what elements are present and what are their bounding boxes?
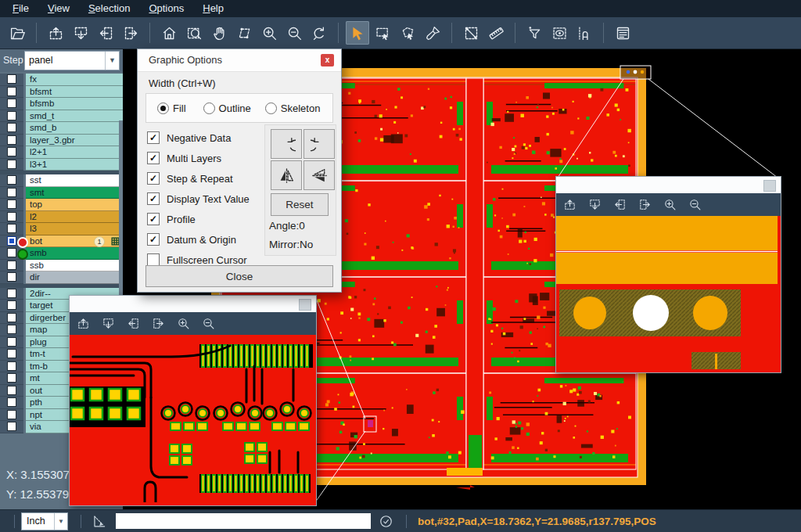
checkbox[interactable]: ✓ <box>147 152 160 164</box>
layer-name[interactable]: layer_3.gbr <box>26 135 123 147</box>
layer-visibility-checkbox[interactable] <box>7 261 16 270</box>
layer-visibility-checkbox[interactable] <box>7 349 16 358</box>
open-file-button[interactable] <box>5 21 29 45</box>
layer-visibility-checkbox[interactable] <box>7 386 16 395</box>
pan-down-button[interactable] <box>588 198 602 211</box>
close-button[interactable]: Close <box>145 265 333 287</box>
layer-name[interactable]: bot1 <box>26 235 123 248</box>
pan-right-button[interactable] <box>152 317 165 330</box>
magnifier-content-b[interactable] <box>556 216 781 372</box>
layer-name[interactable]: dir <box>26 271 123 284</box>
layer-visibility-checkbox[interactable] <box>7 123 16 132</box>
layer-name[interactable]: l3+1 <box>26 159 123 171</box>
filter-button[interactable] <box>523 21 546 45</box>
zoom-in-button[interactable] <box>663 198 677 211</box>
zoom-previous-button[interactable] <box>307 21 331 45</box>
pan-down-button[interactable] <box>102 317 115 330</box>
rotate-ccw-button[interactable] <box>304 129 335 159</box>
layer-name[interactable]: l2+1 <box>26 146 123 159</box>
magnifier-content-a[interactable] <box>70 335 316 505</box>
pan-up-button[interactable] <box>563 198 577 211</box>
menu-file[interactable]: File <box>3 0 38 17</box>
reset-button[interactable]: Reset <box>271 193 329 216</box>
layer-visibility-checkbox[interactable] <box>7 373 16 383</box>
layer-visibility-checkbox[interactable] <box>7 87 16 96</box>
measure-distance-button[interactable] <box>459 21 483 45</box>
angle-measure-icon[interactable] <box>92 514 106 529</box>
layer-visibility-checkbox[interactable] <box>7 410 16 419</box>
mirror-horizontal-button[interactable] <box>271 160 302 190</box>
radio-button[interactable] <box>265 102 277 114</box>
layer-visibility-checkbox[interactable] <box>7 300 16 310</box>
zoom-out-button[interactable] <box>202 317 215 330</box>
layer-visibility-checkbox[interactable] <box>7 111 16 120</box>
menu-options[interactable]: Options <box>139 0 193 17</box>
layer-name[interactable]: smd_t <box>26 110 123 123</box>
layer-name[interactable]: sst <box>26 174 123 187</box>
close-icon[interactable]: x <box>321 54 334 66</box>
magnifier-window-b[interactable] <box>555 176 781 373</box>
layer-visibility-checkbox[interactable] <box>7 147 16 156</box>
checkbox[interactable]: ✓ <box>147 213 160 225</box>
layer-visibility-checkbox[interactable] <box>7 74 16 84</box>
zoom-out-button[interactable] <box>282 21 306 45</box>
zoom-window-button[interactable] <box>182 21 206 45</box>
refresh-check-icon[interactable] <box>379 514 393 529</box>
command-input[interactable] <box>116 513 371 529</box>
layer-visibility-checkbox[interactable] <box>7 135 16 145</box>
pan-up-button[interactable] <box>77 317 90 330</box>
checkbox[interactable]: ✓ <box>147 233 160 246</box>
pan-right-button[interactable] <box>119 21 142 45</box>
select-polygon-button[interactable] <box>396 21 419 45</box>
layer-name[interactable]: smb <box>26 247 123 260</box>
option-datum-origin[interactable]: ✓Datum & Origin <box>147 229 250 250</box>
layer-visibility-checkbox[interactable] <box>7 175 16 185</box>
layer-name[interactable]: top <box>26 199 123 211</box>
pan-left-button[interactable] <box>127 317 140 330</box>
layer-name[interactable]: bfsmb <box>26 98 123 110</box>
magnifier-window-a[interactable] <box>69 295 317 506</box>
zoom-in-button[interactable] <box>257 21 281 45</box>
mirror-vertical-button[interactable] <box>304 160 335 190</box>
layer-visibility-checkbox[interactable] <box>7 200 16 209</box>
unit-select[interactable]: Inch ▼ <box>21 512 68 530</box>
layer-visibility-checkbox[interactable] <box>7 337 16 347</box>
step-select[interactable]: panel ▼ <box>24 51 120 70</box>
radio-button[interactable] <box>203 102 215 114</box>
layer-name[interactable]: smd_b <box>26 122 123 135</box>
option-profile[interactable]: ✓Profile <box>147 209 250 229</box>
pan-left-button[interactable] <box>94 21 117 45</box>
layer-visibility-checkbox[interactable] <box>7 212 16 221</box>
magnifier-titlebar[interactable] <box>70 296 316 312</box>
radio-fill[interactable]: Fill <box>157 102 186 114</box>
layers-panel-button[interactable] <box>611 21 634 45</box>
layer-visibility-checkbox[interactable] <box>7 160 16 169</box>
layer-visibility-checkbox[interactable] <box>7 325 16 334</box>
layer-visibility-checkbox[interactable] <box>7 289 16 298</box>
select-cursor-button[interactable] <box>346 21 369 45</box>
clean-brush-button[interactable] <box>421 21 444 45</box>
pan-hand-button[interactable] <box>207 21 231 45</box>
layer-name[interactable]: bfsmt <box>26 86 123 99</box>
layer-visibility-checkbox[interactable] <box>7 188 16 197</box>
checkbox[interactable]: ✓ <box>147 192 160 205</box>
radio-outline[interactable]: Outline <box>203 102 251 114</box>
zoom-object-button[interactable] <box>232 21 256 45</box>
layer-name[interactable]: fx <box>26 74 123 86</box>
view-options-button[interactable] <box>548 21 571 45</box>
window-button[interactable] <box>763 180 776 192</box>
layer-visibility-checkbox[interactable] <box>7 422 16 431</box>
magnifier-titlebar[interactable] <box>556 177 781 193</box>
option-step-repeat[interactable]: ✓Step & Repeat <box>147 168 250 189</box>
window-button[interactable] <box>299 299 311 311</box>
checkbox[interactable]: ✓ <box>147 131 160 144</box>
menu-help[interactable]: Help <box>193 0 233 17</box>
menu-selection[interactable]: Selection <box>79 0 139 17</box>
layer-name[interactable]: l2 <box>26 211 123 224</box>
option-display-text-value[interactable]: ✓Display Text Value <box>147 189 250 209</box>
layer-name[interactable]: ssb <box>26 260 123 272</box>
menu-view[interactable]: View <box>38 0 79 17</box>
zoom-home-button[interactable] <box>157 21 181 45</box>
radio-skeleton[interactable]: Skeleton <box>265 102 321 114</box>
option-multi-layers[interactable]: ✓Multi Layers <box>147 148 250 168</box>
